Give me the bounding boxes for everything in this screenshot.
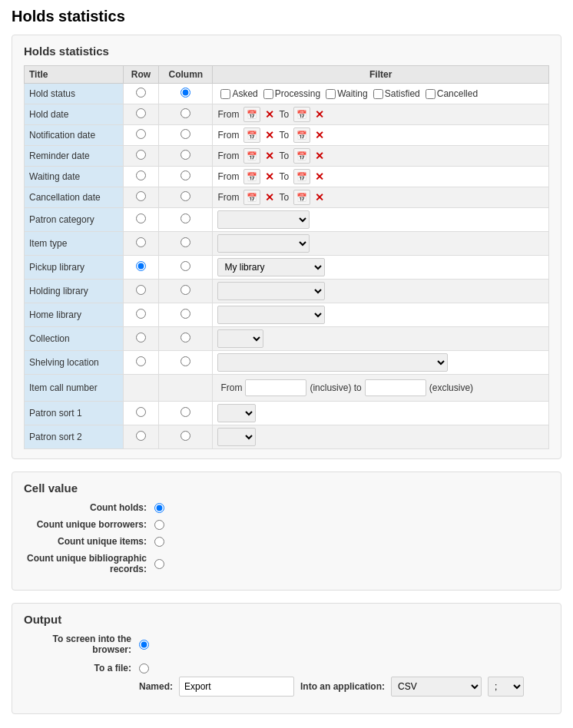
row-label-cancellation_date: Cancellation date [25,187,124,208]
from-cal-notification_date[interactable]: 📅 [243,127,260,143]
row-radio-patron_category[interactable] [136,213,146,223]
checkbox-waiting[interactable] [326,89,336,99]
row-radio-cell-waiting_date [123,167,159,187]
col-radio-patron_category[interactable] [181,213,190,223]
col-radio-hold_date[interactable] [181,108,190,118]
to-clear-hold_date[interactable]: ✕ [313,108,326,121]
row-radio-collection[interactable] [136,333,146,342]
to-clear-notification_date[interactable]: ✕ [313,129,326,141]
to-cal-reminder_date[interactable]: 📅 [293,148,310,164]
filter-cell-cancellation_date: From 📅 ✕ To 📅 ✕ [213,187,549,208]
col-radio-notification_date[interactable] [181,129,190,139]
to-clear-cancellation_date[interactable]: ✕ [313,191,326,204]
row-radio-pickup_library[interactable] [136,261,146,271]
select-patron_category[interactable] [217,210,310,229]
from-clear-waiting_date[interactable]: ✕ [263,170,276,183]
row-radio-patron_sort1[interactable] [136,407,146,417]
select-holding_library[interactable] [217,282,325,300]
cell-value-section: Cell value Count holds:Count unique borr… [12,472,561,591]
to-cal-notification_date[interactable]: 📅 [293,127,310,143]
row-radio-item_type[interactable] [136,237,146,247]
filter-cell-pickup_library: My library [213,256,549,280]
to-cal-cancellation_date[interactable]: 📅 [293,190,310,205]
exclusive-label-item_call_number: (exclusive) [429,382,473,393]
select-collection[interactable] [217,329,263,348]
row-radio-holding_library[interactable] [136,285,146,295]
col-radio-collection[interactable] [181,333,190,342]
filter-cell-notification_date: From 📅 ✕ To 📅 ✕ [213,125,549,146]
col-radio-hold_status[interactable] [181,88,190,98]
from-cal-waiting_date[interactable]: 📅 [243,169,260,184]
select-shelving_location[interactable] [217,353,448,372]
col-radio-reminder_date[interactable] [181,150,190,160]
col-radio-item_type[interactable] [181,237,190,247]
select-pickup_library[interactable]: My library [217,258,325,276]
from-cal-hold_date[interactable]: 📅 [243,107,260,122]
row-radio-hold_date[interactable] [136,108,146,118]
filter-cell-waiting_date: From 📅 ✕ To 📅 ✕ [213,167,549,187]
col-radio-cell-item_type [159,232,213,256]
to-cal-waiting_date[interactable]: 📅 [293,169,310,184]
named-input[interactable] [179,677,294,697]
checkbox-label-processing[interactable]: Processing [263,88,320,99]
to-input-item_call_number[interactable] [365,379,426,396]
row-radio-notification_date[interactable] [136,129,146,139]
col-radio-pickup_library[interactable] [181,261,190,271]
cv-radio-count_unique_borrowers[interactable] [154,520,164,530]
from-cal-reminder_date[interactable]: 📅 [243,148,260,164]
col-header-row: Row [123,66,159,84]
checkbox-label-waiting[interactable]: Waiting [326,88,368,99]
from-input-item_call_number[interactable] [245,379,306,396]
col-radio-waiting_date[interactable] [181,170,190,180]
checkbox-label-satisfied[interactable]: Satisfied [373,88,420,99]
row-radio-cell-pickup_library [123,256,159,280]
select-item_type[interactable] [217,234,310,253]
cv-radio-count_unique_items[interactable] [154,537,164,547]
checkbox-label-cancelled[interactable]: Cancelled [426,88,478,99]
checkbox-satisfied[interactable] [373,89,383,99]
to-clear-waiting_date[interactable]: ✕ [313,170,326,183]
cv-label-count_unique_items: Count unique items: [24,536,147,547]
row-radio-cell-reminder_date [123,146,159,167]
select-home_library[interactable] [217,306,325,324]
col-radio-cancellation_date[interactable] [181,191,190,201]
from-clear-notification_date[interactable]: ✕ [263,129,276,141]
col-header-filter: Filter [213,66,549,84]
row-radio-cancellation_date[interactable] [136,191,146,201]
col-radio-patron_sort1[interactable] [181,407,190,417]
col-radio-home_library[interactable] [181,309,190,319]
checkbox-label-asked[interactable]: Asked [220,88,257,99]
out-row-to_file: To a file: [24,663,549,673]
select-patron_sort2[interactable] [217,428,256,446]
checkbox-asked[interactable] [220,89,230,99]
out-radio-to_file[interactable] [139,663,149,673]
row-radio-shelving_location[interactable] [136,356,146,366]
row-radio-waiting_date[interactable] [136,170,146,180]
out-radio-to_screen[interactable] [139,640,149,650]
to-clear-reminder_date[interactable]: ✕ [313,150,326,162]
col-radio-shelving_location[interactable] [181,356,190,366]
cv-radio-count_holds[interactable] [154,503,164,513]
col-radio-patron_sort2[interactable] [181,431,190,441]
from-clear-cancellation_date[interactable]: ✕ [263,191,276,204]
col-radio-cell-shelving_location [159,351,213,375]
from-clear-hold_date[interactable]: ✕ [263,108,276,121]
col-radio-cell-holding_library [159,280,213,303]
col-radio-holding_library[interactable] [181,285,190,295]
row-radio-cell-item_type [123,232,159,256]
filter-cell-item_type [213,232,549,256]
from-cal-cancellation_date[interactable]: 📅 [243,190,260,205]
checkbox-processing[interactable] [263,89,273,99]
filter-cell-holding_library [213,280,549,303]
cv-radio-count_unique_biblio[interactable] [154,559,164,569]
to-cal-hold_date[interactable]: 📅 [293,107,310,122]
separator-select[interactable]: ; , | tab [488,677,524,697]
row-radio-patron_sort2[interactable] [136,431,146,441]
row-radio-home_library[interactable] [136,309,146,319]
select-patron_sort1[interactable] [217,404,256,422]
csv-select[interactable]: CSV TSV Open Document [391,677,482,697]
checkbox-cancelled[interactable] [426,89,436,99]
from-clear-reminder_date[interactable]: ✕ [263,150,276,162]
row-radio-reminder_date[interactable] [136,150,146,160]
row-radio-hold_status[interactable] [136,88,146,98]
